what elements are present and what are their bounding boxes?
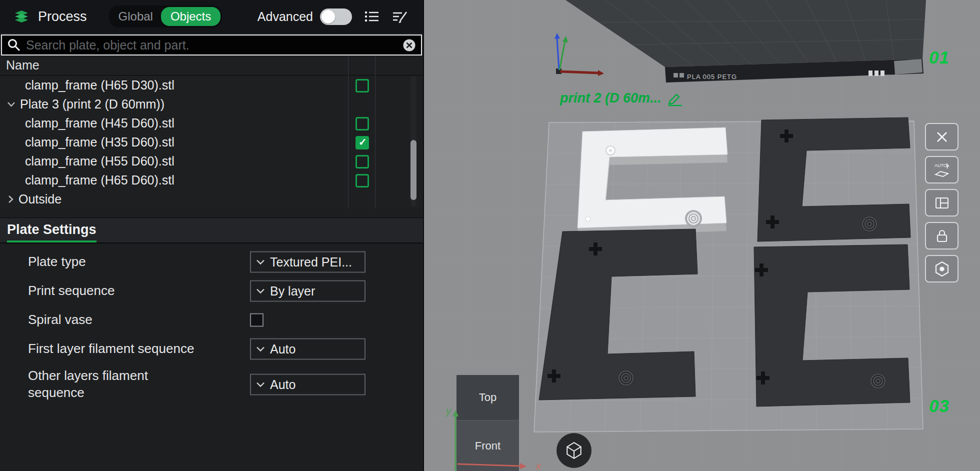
first-layer-filament-select[interactable]: Auto: [250, 338, 366, 360]
tree-row[interactable]: clamp_frame (H65 D30).stl: [0, 76, 423, 94]
plate-03-label[interactable]: 03: [929, 396, 950, 416]
edit-plate-name-icon[interactable]: [666, 90, 684, 106]
tab-objects[interactable]: Objects: [161, 7, 220, 26]
tree-row-label: Outside: [18, 192, 62, 206]
tree-row[interactable]: clamp_frame (H65 D60).stl: [0, 170, 423, 190]
plate-settings-header: Plate Settings: [0, 218, 423, 244]
view-cube[interactable]: Top Front: [456, 375, 519, 471]
field-label: Print sequence: [28, 282, 238, 300]
print-sequence-select[interactable]: By layer: [250, 280, 366, 302]
screw-hole: [586, 216, 590, 222]
spacer: [0, 208, 423, 218]
orientation-cube-button[interactable]: [556, 433, 592, 468]
plate-type-select[interactable]: Textured PEI...: [250, 252, 366, 273]
scrollbar-thumb[interactable]: [410, 140, 416, 200]
edit-list-icon: [392, 10, 408, 24]
field-other-layers-sequence: Other layers filament sequence Auto: [0, 366, 423, 402]
strip-text: PLA 005 PETG: [687, 73, 737, 80]
tree-row-label: clamp_frame (H65 D30).stl: [25, 78, 174, 92]
strip-logo-icon: [680, 73, 684, 78]
plate-settings-title: Plate Settings: [7, 222, 96, 242]
plate-settings-button[interactable]: [925, 255, 958, 282]
select-value: Auto: [270, 342, 296, 356]
thread-insert: [862, 216, 878, 232]
strip-logo-icon: [674, 73, 678, 78]
plate-lock-button[interactable]: [925, 222, 958, 250]
view-cube-top-face[interactable]: Top: [456, 375, 519, 420]
view-cube-front-face[interactable]: Front: [456, 420, 519, 471]
auto-arrange-icon: AUTO: [934, 162, 950, 178]
chevron-down-icon: [256, 346, 265, 352]
select-value: By layer: [270, 284, 315, 298]
chevron-right-icon[interactable]: [7, 195, 14, 204]
tab-global[interactable]: Global: [110, 7, 161, 26]
search-input[interactable]: [25, 38, 402, 53]
select-value: Auto: [270, 378, 296, 392]
layout-icon: [934, 196, 950, 210]
tree-header-row: Name: [0, 56, 423, 76]
field-label: Spiral vase: [28, 312, 238, 328]
plate-delete-button[interactable]: [925, 123, 958, 150]
tree-row-label: clamp_frame (H65 D60).stl: [25, 173, 174, 188]
view-cube-front-label: Front: [475, 440, 500, 452]
lock-icon: [935, 228, 949, 244]
object-checkbox[interactable]: [356, 136, 369, 150]
chevron-down-icon: [256, 288, 265, 294]
field-spiral-vase: Spiral vase: [0, 308, 423, 332]
advanced-toggle[interactable]: [320, 8, 352, 25]
tree-row-label: clamp_frame (H55 D60).stl: [25, 154, 174, 168]
toggle-knob-icon: [322, 10, 335, 24]
tree-row-plate[interactable]: Plate 3 (print 2 (D 60mm)): [0, 94, 423, 114]
hexagon-icon: [934, 261, 950, 277]
spiral-vase-checkbox[interactable]: [250, 314, 264, 327]
tree-row-outside[interactable]: Outside: [0, 190, 423, 208]
edit-process-button[interactable]: [392, 10, 408, 24]
tree-row-label: clamp_frame (H35 D60).stl: [25, 135, 174, 150]
clear-search-button[interactable]: [402, 38, 416, 52]
thread-insert: [686, 210, 702, 226]
strip-marker-icon: [880, 70, 884, 76]
other-layers-filament-select[interactable]: Auto: [250, 374, 366, 396]
plate-auto-arrange-button[interactable]: AUTO: [925, 156, 958, 184]
scope-toggle: Global Objects: [109, 6, 222, 28]
object-tree: Name clamp_frame (H65 D30).stl Plate 3 (…: [0, 56, 423, 208]
close-icon: [934, 130, 950, 144]
field-plate-type: Plate type Textured PEI...: [0, 250, 423, 274]
process-topbar: Process Global Objects Advanced: [0, 0, 423, 33]
object-checkbox[interactable]: [356, 79, 369, 92]
field-print-sequence: Print sequence By layer: [0, 280, 423, 302]
list-view-button[interactable]: [364, 10, 380, 24]
object-checkbox[interactable]: [356, 174, 369, 188]
strip-marker-icon: [868, 70, 872, 76]
tree-row[interactable]: clamp_frame (H55 D60).stl: [0, 152, 423, 170]
chevron-down-icon: [256, 259, 265, 266]
panel-title: Process: [38, 9, 87, 24]
select-value: Textured PEI...: [270, 255, 352, 270]
field-label: Other layers filament sequence: [28, 368, 203, 402]
search-bar: [1, 34, 422, 56]
plate-settings-form: Plate type Textured PEI... Print sequenc…: [0, 244, 423, 402]
active-plate-name[interactable]: print 2 (D 60m...: [560, 90, 684, 106]
object-checkbox[interactable]: [356, 155, 369, 168]
view-cube-top-label: Top: [479, 391, 496, 404]
thread-insert: [870, 373, 886, 389]
field-label: Plate type: [28, 254, 238, 270]
list-icon: [364, 10, 380, 24]
name-column-header: Name: [0, 58, 40, 72]
chevron-down-icon: [256, 382, 265, 388]
plate-name-text: print 2 (D 60m...: [560, 90, 662, 106]
tree-row[interactable]: clamp_frame (H45 D60).stl: [0, 114, 423, 132]
scrollbar-track[interactable]: [410, 76, 416, 206]
cube-icon: [564, 441, 584, 460]
chevron-down-icon[interactable]: [7, 100, 16, 108]
tree-row[interactable]: clamp_frame (H35 D60).stl: [0, 132, 423, 152]
tree-row-label: Plate 3 (print 2 (D 60mm)): [20, 97, 164, 112]
process-panel: Process Global Objects Advanced: [0, 0, 424, 471]
strip-calibration-zone: [894, 59, 922, 74]
plate-01-label[interactable]: 01: [929, 48, 950, 68]
plate-layout-button[interactable]: [925, 189, 958, 216]
strip-marker-icon: [874, 70, 878, 76]
advanced-label: Advanced: [258, 10, 313, 24]
app-logo-icon: [13, 9, 30, 24]
object-checkbox[interactable]: [356, 117, 369, 130]
